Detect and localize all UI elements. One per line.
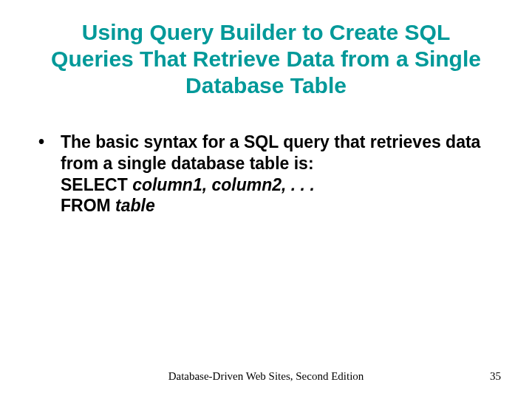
bullet-line-intro: The basic syntax for a SQL query that re… (61, 132, 488, 174)
select-keyword: SELECT (61, 175, 132, 194)
page-number: 35 (490, 370, 501, 383)
slide-body: • The basic syntax for a SQL query that … (38, 132, 488, 216)
bullet-marker: • (38, 132, 61, 216)
slide: Using Query Builder to Create SQL Querie… (0, 0, 532, 399)
slide-title: Using Query Builder to Create SQL Querie… (0, 19, 532, 99)
bullet-line-from: FROM table (61, 195, 488, 216)
bullet-item: • The basic syntax for a SQL query that … (38, 132, 488, 216)
from-table: table (115, 196, 155, 215)
footer-text: Database-Driven Web Sites, Second Editio… (0, 370, 532, 383)
bullet-text: The basic syntax for a SQL query that re… (61, 132, 488, 216)
select-columns: column1, column2, . . . (132, 175, 315, 194)
from-keyword: FROM (61, 196, 115, 215)
bullet-line-select: SELECT column1, column2, . . . (61, 174, 488, 196)
